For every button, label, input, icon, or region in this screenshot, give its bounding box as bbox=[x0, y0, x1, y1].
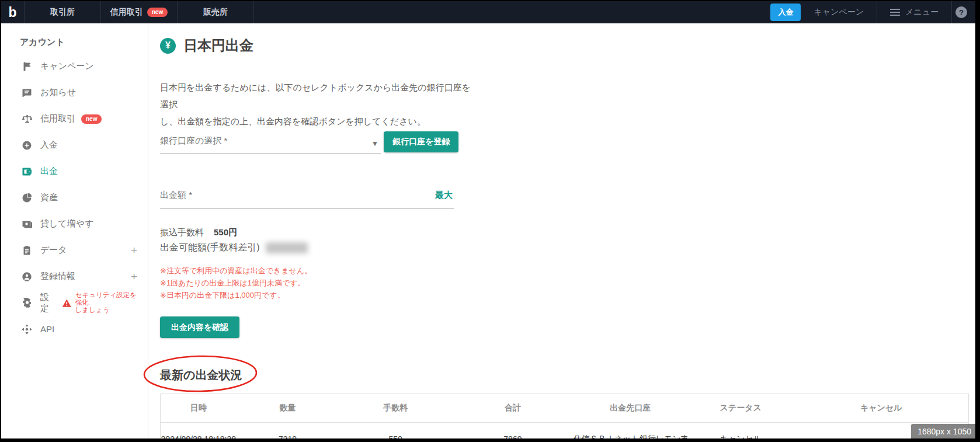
sidebar-item-margin[interactable]: 信用取引 new bbox=[1, 106, 148, 132]
page-description: 日本円を出金するためには、以下のセレクトボックスから出金先の銀行口座を選択 し、… bbox=[160, 79, 475, 130]
cell-datetime: 2024/09/28 18:18:38 bbox=[161, 423, 237, 442]
nav-tab-exchange[interactable]: 取引所 bbox=[25, 1, 101, 23]
nav-divider bbox=[951, 1, 952, 23]
nav-tab-sales[interactable]: 販売所 bbox=[178, 1, 254, 23]
navbar-right: 入金 キャンペーン メニュー ? bbox=[770, 1, 975, 23]
sidebar-item-data[interactable]: データ + bbox=[1, 237, 148, 263]
sidebar-item-assets[interactable]: 資産 bbox=[1, 185, 148, 211]
announcement-icon bbox=[22, 88, 32, 98]
warning-triangle-icon bbox=[62, 298, 72, 308]
deposit-plus-icon bbox=[22, 140, 32, 151]
sidebar-item-label: API bbox=[40, 324, 54, 334]
cell-fee: 550 bbox=[339, 423, 452, 442]
withdraw-amount-field[interactable]: 出金額 * 最大 bbox=[160, 180, 454, 208]
sidebar-item-api[interactable]: API bbox=[1, 316, 148, 342]
cell-account: 住信ＳＢＩネット銀行レモン支店12345... bbox=[574, 423, 687, 442]
table-row: 2024/09/28 18:18:38 7319 550 7869 住信ＳＢＩネ… bbox=[161, 423, 969, 442]
sidebar-item-withdraw[interactable]: 出金 bbox=[1, 158, 148, 185]
clipboard-icon bbox=[22, 245, 32, 256]
sidebar-section-title: アカウント bbox=[1, 31, 148, 53]
sidebar-item-label: お知らせ bbox=[40, 87, 76, 98]
gear-icon bbox=[22, 298, 32, 308]
cell-total: 7869 bbox=[452, 423, 574, 442]
bank-account-select[interactable]: 銀行口座の選択 * ▼ bbox=[160, 126, 381, 154]
expand-plus-icon[interactable]: + bbox=[131, 270, 137, 283]
main-content: ¥ 日本円出金 日本円を出金するためには、以下のセレクトボックスから出金先の銀行… bbox=[149, 23, 975, 438]
chevron-down-icon: ▼ bbox=[371, 140, 378, 148]
cell-status: キャンセル bbox=[687, 423, 794, 442]
menu-label: メニュー bbox=[905, 7, 939, 18]
api-icon bbox=[22, 324, 32, 335]
deposit-button[interactable]: 入金 bbox=[770, 4, 801, 21]
hamburger-icon bbox=[890, 9, 900, 16]
nav-tab-sales-label: 販売所 bbox=[203, 7, 228, 18]
nav-tab-margin[interactable]: 信用取引 new bbox=[101, 1, 178, 23]
col-header-cancel: キャンセル bbox=[794, 394, 969, 423]
sidebar-item-campaign[interactable]: キャンペーン bbox=[1, 53, 148, 79]
col-header-fee: 手数料 bbox=[339, 394, 452, 423]
yen-icon: ¥ bbox=[160, 38, 176, 54]
top-navbar: b 取引所 信用取引 new 販売所 入金 キャンペーン メニュー ? bbox=[1, 1, 975, 23]
pie-chart-icon bbox=[22, 193, 32, 203]
sidebar-item-label: データ bbox=[40, 245, 67, 256]
page-title-block: ¥ 日本円出金 bbox=[160, 36, 253, 55]
sidebar-item-label: 出金 bbox=[40, 166, 58, 177]
flag-icon bbox=[22, 61, 32, 72]
sidebar-item-deposit[interactable]: 入金 bbox=[1, 132, 148, 158]
available-amount-line: 出金可能額(手数料差引) bbox=[160, 242, 308, 254]
person-icon bbox=[22, 272, 32, 282]
amount-label: 出金額 * bbox=[160, 190, 192, 201]
bank-select-label: 銀行口座の選択 * bbox=[160, 135, 227, 147]
max-amount-link[interactable]: 最大 bbox=[435, 190, 453, 201]
new-badge: new bbox=[81, 114, 102, 124]
sidebar-item-settings[interactable]: 設定 セキュリティ設定を強化 しましょう bbox=[1, 290, 148, 316]
withdraw-notes: ※注文等で利用中の資産は出金できません。 ※1回あたりの出金上限は1億円未満です… bbox=[160, 264, 312, 301]
note-line: ※注文等で利用中の資産は出金できません。 bbox=[160, 264, 312, 277]
nav-tab-exchange-label: 取引所 bbox=[50, 7, 75, 18]
confirm-withdraw-button[interactable]: 出金内容を確認 bbox=[160, 316, 239, 338]
col-header-account: 出金先口座 bbox=[574, 394, 687, 423]
help-icon[interactable]: ? bbox=[955, 6, 967, 18]
sidebar-item-label: 貸して増やす bbox=[40, 218, 93, 229]
app-window: b 取引所 信用取引 new 販売所 入金 キャンペーン メニュー ? アカウ bbox=[0, 0, 980, 442]
sidebar-item-profile[interactable]: 登録情報 + bbox=[1, 263, 148, 290]
available-label: 出金可能額(手数料差引) bbox=[160, 242, 260, 254]
table-header-row: 日時 数量 手数料 合計 出金先口座 ステータス キャンセル bbox=[161, 394, 969, 423]
sidebar-item-label: 登録情報 bbox=[40, 271, 75, 282]
history-heading: 最新の出金状況 bbox=[160, 367, 242, 383]
sidebar-item-label: 設定 bbox=[40, 292, 55, 314]
security-warning: セキュリティ設定を強化 しましょう bbox=[62, 291, 137, 314]
fee-value: 550円 bbox=[214, 227, 237, 237]
withdraw-history-table: 日時 数量 手数料 合計 出金先口座 ステータス キャンセル 2024/09/2… bbox=[160, 394, 969, 442]
fee-label: 振込手数料 bbox=[160, 227, 204, 237]
scales-icon bbox=[22, 114, 32, 124]
page-title: 日本円出金 bbox=[183, 36, 253, 55]
col-header-status: ステータス bbox=[687, 394, 794, 423]
sidebar: アカウント キャンペーン お知らせ 信用取引 new 入金 bbox=[1, 23, 148, 438]
sidebar-item-label: キャンペーン bbox=[40, 61, 94, 72]
note-line: ※日本円の出金下限は1,000円です。 bbox=[160, 289, 312, 301]
sidebar-item-label: 信用取引 bbox=[40, 113, 75, 124]
new-badge: new bbox=[147, 8, 168, 17]
bitbank-logo[interactable]: b bbox=[1, 1, 25, 23]
register-bank-button[interactable]: 銀行口座を登録 bbox=[384, 131, 458, 152]
resolution-badge: 1680px x 1050 bbox=[911, 424, 978, 440]
col-header-total: 合計 bbox=[452, 394, 574, 423]
banknote-icon bbox=[22, 219, 32, 229]
expand-plus-icon[interactable]: + bbox=[131, 244, 137, 257]
redacted-available-amount bbox=[266, 242, 308, 253]
menu-button[interactable]: メニュー bbox=[877, 1, 951, 23]
nav-tab-margin-label: 信用取引 bbox=[110, 7, 143, 18]
sidebar-item-label: 資産 bbox=[40, 192, 58, 203]
col-header-datetime: 日時 bbox=[161, 394, 237, 423]
sidebar-item-notices[interactable]: お知らせ bbox=[1, 79, 148, 106]
cell-quantity: 7319 bbox=[237, 423, 339, 442]
col-header-quantity: 数量 bbox=[237, 394, 339, 423]
campaign-link[interactable]: キャンペーン bbox=[801, 1, 877, 23]
security-warning-text: セキュリティ設定を強化 しましょう bbox=[75, 291, 137, 314]
sidebar-item-lending[interactable]: 貸して増やす bbox=[1, 211, 148, 237]
sidebar-item-label: 入金 bbox=[40, 140, 58, 151]
transfer-fee-line: 振込手数料550円 bbox=[160, 227, 237, 238]
note-line: ※1回あたりの出金上限は1億円未満です。 bbox=[160, 277, 312, 289]
withdraw-wallet-icon bbox=[22, 166, 32, 177]
